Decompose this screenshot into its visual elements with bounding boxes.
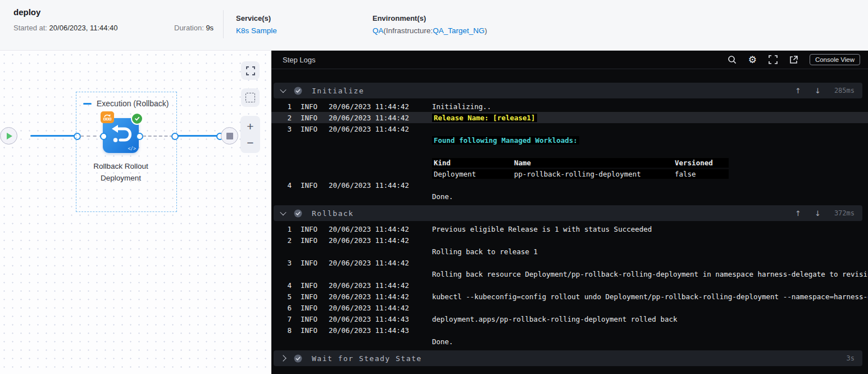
log-level: INFO bbox=[301, 181, 322, 190]
log-level: INFO bbox=[301, 259, 322, 267]
workloads-table-cell: Deployment bbox=[432, 170, 514, 178]
chevron-down-icon[interactable] bbox=[280, 209, 286, 215]
infrastructure-link[interactable]: QA_Target_NG bbox=[433, 26, 484, 35]
step-logs-title: Step Logs bbox=[283, 56, 316, 64]
started-at-label: Started at: bbox=[13, 24, 47, 32]
group-collapse-icon[interactable] bbox=[83, 103, 92, 105]
infrastructure-suffix: ) bbox=[485, 26, 488, 35]
zoom-out-button[interactable]: − bbox=[247, 137, 253, 148]
log-section-header[interactable]: Wait for Steady State3s bbox=[274, 350, 862, 366]
section-duration: 285ms bbox=[834, 87, 855, 94]
log-actions: ⚙ Console View bbox=[728, 54, 860, 65]
log-message: KindNameVersioned bbox=[432, 158, 868, 168]
scroll-down-icon[interactable]: ↓ bbox=[815, 209, 821, 218]
header-divider bbox=[223, 10, 224, 38]
log-line-number: 8 bbox=[284, 326, 292, 335]
console-view-button[interactable]: Console View bbox=[810, 54, 860, 65]
workloads-table-cell: Versioned bbox=[675, 159, 729, 167]
gear-icon[interactable]: ⚙ bbox=[748, 55, 757, 65]
log-level: INFO bbox=[301, 102, 322, 111]
log-line: 4INFO20/06/2023 11:44:42 bbox=[271, 280, 868, 291]
log-timestamp: 20/06/2023 11:44:42 bbox=[329, 225, 413, 233]
log-message: Rolling back resource Deployment/pp-roll… bbox=[432, 270, 868, 278]
log-line-number: 4 bbox=[284, 281, 292, 290]
highlighted-log-text: Release Name: [release1] bbox=[432, 114, 537, 122]
rollback-step-node[interactable]: </> bbox=[103, 118, 139, 153]
canvas-fullscreen-button[interactable] bbox=[241, 61, 260, 80]
started-at-value: 20/06/2023, 11:44:40 bbox=[49, 24, 118, 32]
log-line: 8INFO20/06/2023 11:44:43 bbox=[271, 325, 868, 336]
workloads-table-row: Deploymentpp-rollback-rolling-deployment… bbox=[432, 169, 729, 179]
search-icon[interactable] bbox=[728, 55, 737, 64]
log-line: 2INFO20/06/2023 11:44:42 bbox=[271, 235, 868, 246]
scroll-up-icon[interactable]: ↑ bbox=[795, 87, 801, 95]
log-line: 6INFO20/06/2023 11:44:42 bbox=[271, 302, 868, 313]
log-line: Rolling back to release 1 bbox=[271, 246, 868, 257]
canvas-select-button[interactable] bbox=[241, 88, 260, 107]
pipeline-canvas[interactable]: Execution (Rollback) bbox=[0, 51, 271, 374]
log-section-header[interactable]: Rollback↑↓372ms bbox=[274, 205, 862, 221]
scroll-up-icon[interactable]: ↑ bbox=[795, 209, 801, 218]
step-label: Rollback Rollout Deployment bbox=[83, 160, 158, 184]
log-section-header[interactable]: Initialize↑↓285ms bbox=[274, 83, 862, 98]
infrastructure-prefix: (Infrastructure: bbox=[384, 26, 433, 35]
log-line-number: 2 bbox=[284, 114, 292, 122]
duration-value: 9s bbox=[206, 24, 213, 32]
section-header-right: ↑↓372ms bbox=[795, 209, 862, 218]
section-success-icon bbox=[294, 87, 302, 95]
log-level: INFO bbox=[301, 304, 322, 312]
open-in-new-tab-icon[interactable] bbox=[789, 56, 798, 64]
log-message: Deploymentpp-rollback-rolling-deployment… bbox=[432, 169, 868, 179]
log-sections-container: Initialize↑↓285ms1INFO20/06/2023 11:44:4… bbox=[271, 69, 868, 366]
services-label: Service(s) bbox=[236, 14, 277, 22]
log-timestamp: 20/06/2023 11:44:42 bbox=[329, 281, 413, 290]
log-line: Done. bbox=[271, 336, 868, 347]
log-line: KindNameVersioned bbox=[271, 157, 868, 168]
log-message: Initializing.. bbox=[432, 102, 868, 111]
marquee-select-icon bbox=[246, 93, 255, 102]
log-text: Rolling back to release 1 bbox=[432, 247, 538, 256]
log-text: kubectl --kubeconfig=config rollout undo… bbox=[432, 292, 868, 301]
expand-logs-icon[interactable] bbox=[769, 55, 778, 64]
log-message: Rolling back to release 1 bbox=[432, 247, 868, 256]
section-success-icon bbox=[294, 209, 302, 218]
log-section: Initialize↑↓285ms1INFO20/06/2023 11:44:4… bbox=[271, 83, 868, 202]
log-timestamp: 20/06/2023 11:44:42 bbox=[329, 236, 413, 245]
section-header-right: ↑↓285ms bbox=[795, 87, 862, 95]
environment-value: QA(Infrastructure:QA_Target_NG) bbox=[372, 25, 487, 35]
log-line-number: 3 bbox=[284, 259, 292, 267]
pipeline-start-node bbox=[0, 127, 17, 145]
log-level: INFO bbox=[301, 315, 322, 323]
page-title: deploy bbox=[13, 7, 40, 17]
service-link[interactable]: K8s Sample bbox=[236, 26, 277, 35]
log-line: 2INFO20/06/2023 11:44:42Release Name: [r… bbox=[271, 112, 868, 123]
log-line: 1INFO20/06/2023 11:44:42Previous eligibl… bbox=[271, 223, 868, 235]
log-line-number: 5 bbox=[284, 292, 292, 301]
environment-link[interactable]: QA bbox=[372, 26, 384, 35]
log-line: Rolling back resource Deployment/pp-roll… bbox=[271, 268, 868, 280]
log-timestamp: 20/06/2023 11:44:42 bbox=[329, 181, 413, 190]
log-message: kubectl --kubeconfig=config rollout undo… bbox=[432, 292, 868, 301]
section-title: Wait for Steady State bbox=[312, 354, 422, 363]
log-timestamp: 20/06/2023 11:44:42 bbox=[329, 102, 413, 111]
pipeline-execution-page: deploy Started at: 20/06/2023, 11:44:40 … bbox=[0, 0, 868, 374]
log-level: INFO bbox=[301, 292, 322, 301]
log-level: INFO bbox=[301, 326, 322, 335]
step-success-icon bbox=[131, 112, 143, 125]
rollout-badge-icon bbox=[101, 111, 114, 123]
log-timestamp: 20/06/2023 11:44:42 bbox=[329, 304, 413, 312]
scroll-down-icon[interactable]: ↓ bbox=[815, 87, 821, 95]
play-icon bbox=[7, 133, 12, 139]
log-text: Rolling back resource Deployment/pp-roll… bbox=[432, 270, 868, 278]
chevron-right-icon[interactable] bbox=[280, 355, 286, 361]
log-section: Rollback↑↓372ms1INFO20/06/2023 11:44:42P… bbox=[271, 205, 868, 347]
zoom-in-button[interactable]: + bbox=[247, 120, 253, 132]
rollback-arrow-icon bbox=[108, 123, 134, 148]
duration-label: Duration: bbox=[174, 24, 204, 32]
log-text: deployment.apps/pp-rollback-rolling-depl… bbox=[432, 315, 678, 323]
log-line-number: 4 bbox=[284, 181, 292, 190]
log-timestamp: 20/06/2023 11:44:42 bbox=[329, 292, 413, 301]
log-line-number: 2 bbox=[284, 236, 292, 245]
chevron-down-icon[interactable] bbox=[280, 87, 286, 93]
execution-summary-header: deploy Started at: 20/06/2023, 11:44:40 … bbox=[0, 0, 868, 51]
